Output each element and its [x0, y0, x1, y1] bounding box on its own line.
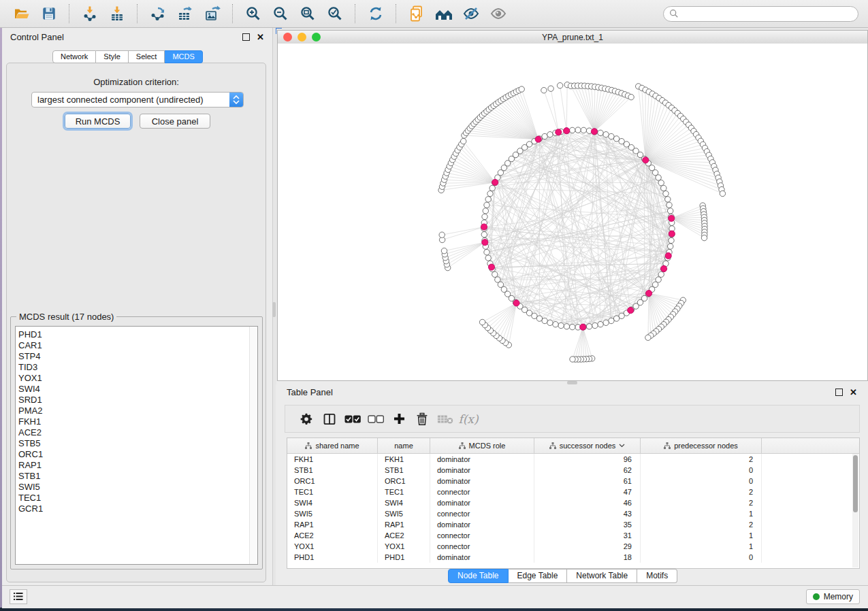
graph-node[interactable]: [575, 127, 581, 133]
graph-node[interactable]: [570, 324, 575, 329]
graph-node[interactable]: [652, 282, 658, 287]
search-input[interactable]: [679, 8, 852, 19]
graph-node[interactable]: [663, 191, 669, 196]
tab-select[interactable]: Select: [129, 50, 165, 63]
mcds-result-item[interactable]: PHD1: [16, 329, 257, 340]
close-panel-icon[interactable]: ✕: [257, 34, 264, 40]
mcds-result-item[interactable]: STP4: [16, 351, 257, 362]
graph-mcds-hub-node[interactable]: [556, 129, 562, 135]
open-folder-icon[interactable]: [12, 4, 31, 23]
graph-node[interactable]: [603, 132, 609, 137]
graph-node[interactable]: [498, 170, 503, 176]
delete-column-icon[interactable]: [411, 409, 434, 429]
graph-node[interactable]: [570, 127, 575, 133]
mcds-result-item[interactable]: SWI4: [16, 384, 257, 395]
column-header-shared-name[interactable]: shared name: [287, 438, 378, 453]
search-field[interactable]: [663, 6, 858, 22]
graph-node[interactable]: [668, 244, 673, 249]
network-window-titlebar[interactable]: YPA_prune.txt_1: [278, 31, 867, 44]
close-table-panel-icon[interactable]: ✕: [850, 389, 857, 395]
graph-leaf-node[interactable]: [570, 357, 575, 362]
mcds-result-item[interactable]: SRD1: [16, 395, 257, 406]
export-table-icon[interactable]: [176, 4, 195, 23]
memory-button[interactable]: Memory: [806, 589, 860, 604]
table-row[interactable]: FKH1FKH1dominator962: [287, 454, 859, 465]
graph-mcds-hub-node[interactable]: [591, 129, 597, 135]
show-all-icon[interactable]: [489, 4, 508, 23]
delete-table-icon[interactable]: [434, 409, 457, 429]
zoom-in-icon[interactable]: [244, 4, 263, 23]
graph-leaf-node[interactable]: [439, 232, 445, 237]
mcds-result-item[interactable]: RAP1: [16, 460, 257, 471]
graph-node[interactable]: [489, 185, 495, 191]
zoom-selected-icon[interactable]: [325, 4, 344, 23]
tab-network-table[interactable]: Network Table: [567, 569, 637, 583]
table-scrollbar-thumb[interactable]: [853, 455, 858, 512]
graph-mcds-hub-node[interactable]: [628, 308, 634, 314]
network-canvas[interactable]: [278, 44, 867, 380]
graph-node[interactable]: [564, 324, 569, 329]
graph-node[interactable]: [485, 197, 491, 202]
zoom-out-icon[interactable]: [271, 4, 290, 23]
graph-leaf-node[interactable]: [441, 248, 447, 254]
table-row[interactable]: PHD1PHD1dominator180: [287, 552, 859, 563]
graph-mcds-hub-node[interactable]: [488, 264, 494, 270]
graph-node[interactable]: [495, 277, 500, 282]
run-mcds-button[interactable]: Run MCDS: [65, 114, 131, 129]
table-row[interactable]: SWI5SWI5connector431: [287, 508, 859, 519]
mcds-result-item[interactable]: YOX1: [16, 373, 257, 384]
tab-style[interactable]: Style: [96, 50, 128, 63]
graph-node[interactable]: [484, 202, 489, 208]
tab-edge-table[interactable]: Edge Table: [509, 569, 568, 583]
graph-leaf-node[interactable]: [548, 86, 553, 91]
tab-mcds[interactable]: MCDS: [165, 50, 202, 63]
float-panel-icon[interactable]: [242, 33, 250, 41]
table-row[interactable]: ACE2ACE2connector311: [287, 530, 859, 541]
graph-node[interactable]: [665, 197, 671, 202]
graph-node[interactable]: [661, 185, 666, 191]
column-header-name[interactable]: name: [378, 438, 430, 453]
graph-node[interactable]: [484, 250, 489, 255]
function-builder-icon[interactable]: f(x): [457, 409, 480, 429]
graph-mcds-hub-node[interactable]: [513, 300, 519, 306]
graph-node[interactable]: [613, 316, 619, 321]
graph-node[interactable]: [598, 322, 603, 327]
table-row[interactable]: TEC1TEC1connector472: [287, 486, 859, 497]
graph-leaf-node[interactable]: [479, 319, 485, 325]
graph-node[interactable]: [487, 191, 493, 196]
graph-node[interactable]: [492, 271, 498, 277]
graph-leaf-node[interactable]: [645, 335, 651, 340]
zoom-fit-icon[interactable]: [298, 4, 317, 23]
graph-node[interactable]: [603, 320, 609, 325]
graph-node[interactable]: [485, 255, 491, 261]
graph-node[interactable]: [483, 208, 488, 214]
graph-leaf-node[interactable]: [628, 95, 634, 100]
graph-node[interactable]: [668, 208, 673, 214]
graph-node[interactable]: [542, 318, 547, 323]
graph-mcds-hub-node[interactable]: [669, 231, 675, 237]
mcds-result-item[interactable]: FKH1: [16, 416, 257, 427]
graph-mcds-hub-node[interactable]: [564, 128, 570, 134]
close-panel-button[interactable]: Close panel: [140, 114, 210, 129]
graph-node[interactable]: [609, 133, 614, 139]
refresh-icon[interactable]: [366, 4, 385, 23]
import-network-icon[interactable]: [80, 4, 99, 23]
mcds-result-item[interactable]: STB5: [16, 438, 257, 449]
graph-node[interactable]: [666, 202, 672, 208]
column-header-predecessor-nodes[interactable]: predecessor nodes: [641, 438, 762, 453]
graph-mcds-hub-node[interactable]: [482, 240, 488, 246]
graph-node[interactable]: [482, 214, 487, 219]
table-row[interactable]: SWI4SWI4dominator462: [287, 497, 859, 508]
graph-leaf-node[interactable]: [519, 86, 524, 92]
graph-node[interactable]: [542, 133, 547, 139]
mcds-result-item[interactable]: ORC1: [16, 449, 257, 460]
task-history-button[interactable]: [10, 589, 27, 604]
graph-mcds-hub-node[interactable]: [492, 179, 498, 185]
settings-gear-icon[interactable]: [295, 409, 318, 429]
mcds-result-item[interactable]: TEC1: [16, 493, 257, 503]
mcds-result-list[interactable]: PHD1CAR1STP4TID3YOX1SWI4SRD1PMA2FKH1ACE2…: [15, 326, 258, 565]
import-table-icon[interactable]: [108, 4, 127, 23]
graph-node[interactable]: [609, 318, 614, 323]
tab-motifs[interactable]: Motifs: [637, 569, 677, 583]
first-neighbors-icon[interactable]: [434, 4, 453, 23]
